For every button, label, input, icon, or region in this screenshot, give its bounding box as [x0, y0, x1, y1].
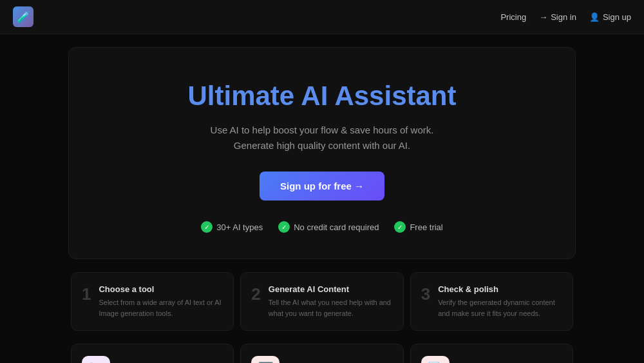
step-card-1: 1 Choose a tool Select from a wide array… [71, 272, 234, 331]
logo: 🧪 [13, 6, 33, 27]
sql-icon: 🗄️ [251, 356, 279, 363]
step-content-2: Generate AI Content Tell the AI what you… [269, 284, 393, 319]
cta-button[interactable]: Sign up for free → [260, 172, 384, 201]
step-desc-3: Verify the generated dynamic content and… [438, 297, 562, 319]
tool-card-sql: 🗄️ SQL query Generate helpful SQL querie… [240, 344, 403, 363]
check-icon-2: ✓ [278, 221, 290, 233]
hero-section: Ultimate AI Assistant Use AI to help boo… [68, 47, 576, 259]
check-icon-1: ✓ [201, 221, 213, 233]
badge-ai-types: ✓ 30+ AI types [201, 221, 263, 233]
signup-link[interactable]: 👤 Sign up [589, 12, 631, 22]
hero-badges: ✓ 30+ AI types ✓ No credit card required… [82, 221, 562, 233]
step-card-2: 2 Generate AI Content Tell the AI what y… [240, 272, 403, 331]
nav-links: Pricing → Sign in 👤 Sign up [500, 12, 631, 22]
logo-icon: 🧪 [13, 6, 33, 27]
tool-card-php: 🐘 PHP snippet Generate PHP code snippets… [71, 344, 234, 363]
php-icon: 🐘 [82, 356, 110, 363]
hero-subtitle: Use AI to help boost your flow & save ho… [193, 123, 451, 153]
step-number-1: 1 [82, 286, 91, 302]
step-title-3: Check & polish [438, 284, 562, 294]
badge-free-trial: ✓ Free trial [394, 221, 442, 233]
pricing-link[interactable]: Pricing [500, 12, 526, 22]
step-desc-2: Tell the AI what you need help with and … [269, 297, 393, 319]
signup-icon: 👤 [589, 12, 600, 22]
signin-icon: → [539, 12, 547, 22]
step-card-3: 3 Check & polish Verify the generated dy… [410, 272, 573, 331]
check-icon-3: ✓ [394, 221, 406, 233]
badge-no-card: ✓ No credit card required [278, 221, 379, 233]
step-content-3: Check & polish Verify the generated dyna… [438, 284, 562, 319]
tool-card-js: 📄 JS snippet Generate quick & helpful Ja… [410, 344, 573, 363]
step-number-3: 3 [421, 286, 430, 302]
step-desc-1: Select from a wide array of AI text or A… [99, 297, 223, 319]
step-number-2: 2 [251, 286, 260, 302]
step-title-1: Choose a tool [99, 284, 223, 294]
steps-section: 1 Choose a tool Select from a wide array… [68, 272, 576, 331]
navbar: 🧪 Pricing → Sign in 👤 Sign up [0, 0, 644, 34]
signin-link[interactable]: → Sign in [539, 12, 576, 22]
step-content-1: Choose a tool Select from a wide array o… [99, 284, 223, 319]
step-title-2: Generate AI Content [269, 284, 393, 294]
hero-title: Ultimate AI Assistant [82, 80, 562, 112]
js-icon: 📄 [421, 356, 450, 363]
tools-section: 🐘 PHP snippet Generate PHP code snippets… [68, 344, 576, 363]
